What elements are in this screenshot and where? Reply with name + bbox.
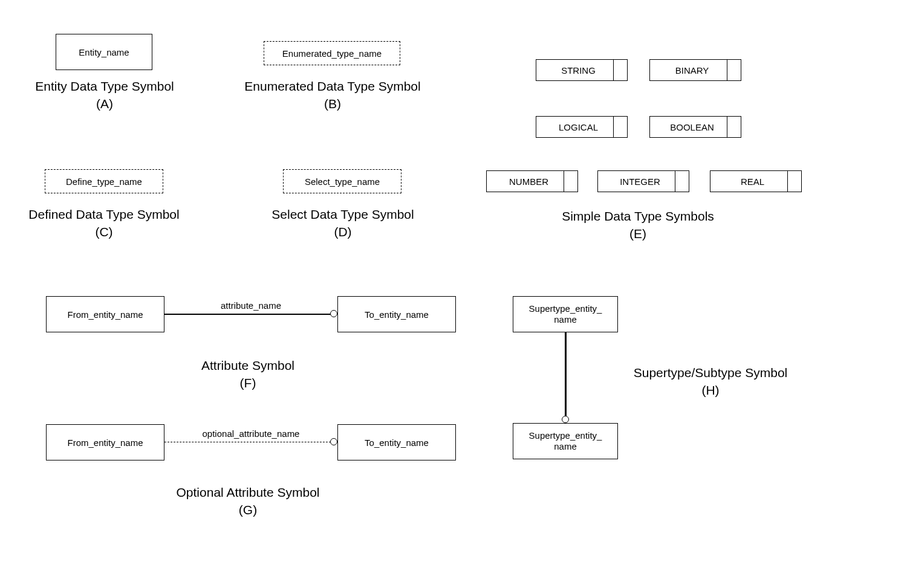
caption-h: Supertype/Subtype Symbol (H) bbox=[623, 364, 798, 399]
optional-circle bbox=[330, 438, 337, 445]
simple-type-integer: INTEGER bbox=[597, 170, 689, 192]
caption-g: Optional Attribute Symbol (G) bbox=[166, 483, 330, 519]
defined-box: Define_type_name bbox=[45, 169, 163, 193]
attribute-label: attribute_name bbox=[212, 300, 290, 311]
simple-type-number: NUMBER bbox=[486, 170, 578, 192]
enumerated-box: Enumerated_type_name bbox=[264, 41, 400, 65]
enumerated-label: Enumerated_type_name bbox=[282, 48, 382, 59]
select-label: Select_type_name bbox=[305, 176, 380, 187]
caption-e: Simple Data Type Symbols (E) bbox=[550, 207, 726, 243]
optional-label: optional_attribute_name bbox=[191, 428, 311, 439]
attribute-line bbox=[164, 314, 331, 315]
caption-c: Defined Data Type Symbol (C) bbox=[24, 205, 184, 241]
supertype-box: Supertype_entity_ name bbox=[513, 296, 618, 332]
simple-type-binary: BINARY bbox=[649, 59, 741, 81]
simple-type-boolean: BOOLEAN bbox=[649, 116, 741, 138]
optional-to-box: To_entity_name bbox=[337, 424, 456, 460]
simple-type-logical: LOGICAL bbox=[536, 116, 628, 138]
simple-type-string: STRING bbox=[536, 59, 628, 81]
attribute-from-box: From_entity_name bbox=[46, 296, 164, 332]
select-box: Select_type_name bbox=[283, 169, 401, 193]
caption-b: Enumerated Data Type Symbol (B) bbox=[236, 77, 429, 113]
supertype-circle bbox=[562, 416, 569, 423]
optional-from-box: From_entity_name bbox=[46, 424, 164, 460]
attribute-circle bbox=[330, 310, 337, 317]
subtype-box: Supertype_entity_ name bbox=[513, 423, 618, 459]
entity-label: Entity_name bbox=[79, 47, 129, 57]
caption-f: Attribute Symbol (F) bbox=[187, 357, 308, 392]
attribute-to-box: To_entity_name bbox=[337, 296, 456, 332]
caption-a: Entity Data Type Symbol (A) bbox=[27, 77, 182, 113]
optional-line bbox=[164, 442, 331, 442]
entity-box: Entity_name bbox=[56, 34, 152, 70]
supertype-line bbox=[565, 332, 567, 417]
caption-d: Select Data Type Symbol (D) bbox=[260, 205, 426, 241]
defined-label: Define_type_name bbox=[66, 176, 142, 187]
simple-type-real: REAL bbox=[710, 170, 802, 192]
